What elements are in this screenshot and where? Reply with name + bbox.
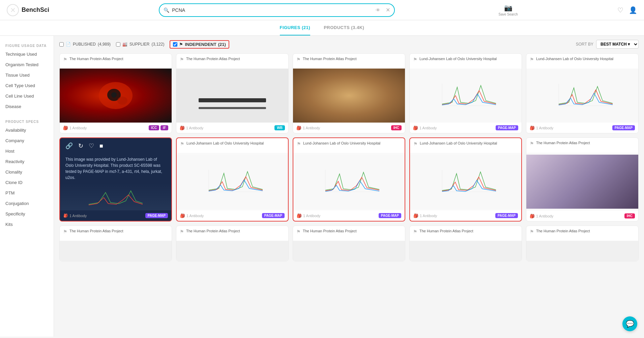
antibody-icon: 🎒	[63, 213, 68, 218]
pagemap-chart-svg	[410, 80, 522, 111]
external-link-icon[interactable]: 🔗	[65, 142, 73, 150]
card-grid-row3: ⚑ The Human Protein Atlas Project ⚑ The …	[59, 226, 639, 261]
antibody-label: 🎒 1 Antibody	[180, 126, 203, 130]
svg-point-3	[117, 97, 127, 105]
sidebar-item-ptm[interactable]: PTM	[0, 188, 54, 198]
heart-icon[interactable]: ♡	[89, 142, 94, 150]
overlay-text: This image was provided by Lund-Johansen…	[60, 154, 171, 183]
sort-label: SORT BY	[576, 42, 593, 47]
tab-products[interactable]: PRODUCTS (3.4K)	[324, 20, 364, 35]
independent-flag-icon: ⚑	[179, 42, 183, 47]
sidebar-item-company[interactable]: Company	[0, 135, 54, 146]
pagemap-chart-svg2	[526, 80, 638, 111]
heart-icon[interactable]: ♡	[617, 6, 623, 14]
antibody-icon: 🎒	[63, 126, 68, 130]
card-r2c3[interactable]: ⚑ Lund-Johansen Lab of Oslo University H…	[293, 137, 405, 222]
filter-independent[interactable]: ⚑ INDEPENDENT (21)	[170, 40, 229, 49]
sidebar-item-technique[interactable]: Technique Used	[0, 49, 54, 59]
sidebar-item-tissue[interactable]: Tissue Used	[0, 70, 54, 80]
card-r3c3[interactable]: ⚑ The Human Protein Atlas Project	[293, 226, 405, 261]
filter-supplier[interactable]: 🏭 SUPPLIER (3,122)	[116, 42, 164, 47]
card-image	[526, 241, 638, 261]
flag-icon: ⚑	[63, 229, 67, 234]
antibody-icon: 🎒	[296, 126, 301, 130]
sidebar-item-clonality[interactable]: Clonality	[0, 167, 54, 177]
flag-icon: ⚑	[63, 57, 67, 62]
card-r3c5[interactable]: ⚑ The Human Protein Atlas Project	[526, 226, 639, 261]
flag-icon: ⚑	[413, 57, 417, 62]
card-image	[293, 241, 405, 261]
published-checkbox[interactable]	[59, 42, 64, 47]
supplier-count: (3,122)	[151, 42, 164, 47]
flag-icon: ⚑	[530, 229, 534, 234]
save-search-button[interactable]: 📷 Save Search	[499, 4, 518, 16]
card-image	[293, 153, 405, 210]
card-r2c5[interactable]: ⚑ The Human Protein Atlas Project 🎒 1 An…	[526, 137, 639, 222]
card-title: The Human Protein Atlas Project	[419, 229, 473, 233]
card-image	[410, 69, 522, 123]
share-icon[interactable]: ↻	[78, 142, 83, 150]
card-r3c4[interactable]: ⚑ The Human Protein Atlas Project	[409, 226, 522, 261]
chat-bubble-button[interactable]: 💬	[622, 316, 637, 331]
card-r3c1[interactable]: ⚑ The Human Protein Atlas Project	[59, 226, 172, 261]
logo-icon: ✕	[7, 4, 19, 16]
flag-icon: ⚑	[180, 57, 184, 62]
user-icon[interactable]: 👤	[629, 6, 637, 14]
card-grid-row2-wrapper: 🔗 ↻ ♡ ■ This image was provided by Lund-…	[59, 137, 639, 222]
card-r1c2[interactable]: ⚑ The Human Protein Atlas Project 🎒 1 An…	[176, 53, 289, 133]
supplier-icon: 🏭	[122, 42, 127, 47]
chart-svg-r2c2	[177, 166, 288, 197]
published-icon: 📄	[66, 42, 71, 47]
independent-checkbox[interactable]	[173, 42, 177, 47]
card-r1c3[interactable]: ⚑ The Human Protein Atlas Project 🎒 1 An…	[293, 53, 405, 133]
badge-pagemap: PAGE-MAP	[262, 213, 285, 218]
clear-search-button[interactable]: ✕	[386, 7, 390, 13]
card-image	[176, 69, 288, 123]
antibody-label: 🎒 1 Antibody	[296, 126, 320, 130]
supplier-checkbox[interactable]	[116, 42, 120, 47]
sidebar-item-kits[interactable]: Kits	[0, 219, 54, 230]
independent-count: (21)	[218, 42, 226, 47]
card-r3c2[interactable]: ⚑ The Human Protein Atlas Project	[176, 226, 289, 261]
published-label: PUBLISHED	[73, 42, 96, 47]
search-input[interactable]	[172, 7, 373, 13]
card-title: The Human Protein Atlas Project	[186, 56, 240, 61]
header-right: ♡ 👤	[617, 6, 637, 14]
sidebar-item-disease[interactable]: Disease	[0, 101, 54, 112]
bookmark-icon[interactable]: ■	[99, 142, 103, 150]
card-r2c1[interactable]: 🔗 ↻ ♡ ■ This image was provided by Lund-…	[59, 137, 172, 222]
sort-select[interactable]: BEST MATCH ▾ NEWEST OLDEST	[596, 40, 639, 49]
filter-bar: 📄 PUBLISHED (4,989) 🏭 SUPPLIER (3,122) ⚑…	[59, 40, 639, 49]
published-count: (4,989)	[98, 42, 111, 47]
sidebar-item-specificity[interactable]: Specificity	[0, 209, 54, 219]
card-image	[293, 69, 405, 123]
search-bar: 🔍 👁 ✕	[159, 3, 395, 17]
sidebar-item-cloneid[interactable]: Clone ID	[0, 177, 54, 188]
card-r1c4[interactable]: ⚑ Lund-Johansen Lab of Oslo University H…	[409, 53, 522, 133]
filter-published[interactable]: 📄 PUBLISHED (4,989)	[59, 42, 111, 47]
flag-icon: ⚑	[413, 229, 417, 234]
flag-icon: ⚑	[180, 141, 184, 147]
card-r2c2[interactable]: ⚑ Lund-Johansen Lab of Oslo University H…	[176, 137, 289, 222]
flag-icon: ⚑	[530, 57, 534, 62]
supplier-label: SUPPLIER	[129, 42, 149, 47]
card-title: Lund-Johansen Lab of Oslo University Hos…	[420, 141, 497, 146]
overlay-chart-svg	[63, 187, 169, 208]
sidebar-item-cellline[interactable]: Cell Line Used	[0, 91, 54, 101]
card-title: The Human Protein Atlas Project	[536, 140, 590, 145]
sidebar-item-reactivity[interactable]: Reactivity	[0, 156, 54, 167]
sidebar-item-celltype[interactable]: Cell Type Used	[0, 80, 54, 91]
product-specs-title: PRODUCT SPECS	[0, 117, 54, 125]
sidebar: FIGURE USAGE DATA Technique Used Organis…	[0, 36, 54, 337]
chart-svg-r2c4	[410, 166, 521, 197]
card-r1c5[interactable]: ⚑ Lund-Johansen Lab of Oslo University H…	[526, 53, 639, 133]
tab-figures[interactable]: FIGURES (21)	[280, 20, 311, 35]
badge-pagemap: PAGE-MAP	[495, 213, 518, 218]
sidebar-item-availability[interactable]: Availability	[0, 125, 54, 135]
sidebar-item-organism[interactable]: Organism Tested	[0, 59, 54, 70]
antibody-icon: 🎒	[180, 126, 185, 130]
card-r2c4[interactable]: ⚑ Lund-Johansen Lab of Oslo University H…	[409, 137, 522, 222]
card-r1c1[interactable]: ⚑ The Human Protein Atlas Project	[59, 53, 172, 133]
sidebar-item-conjugation[interactable]: Conjugation	[0, 198, 54, 209]
sidebar-item-host[interactable]: Host	[0, 146, 54, 156]
